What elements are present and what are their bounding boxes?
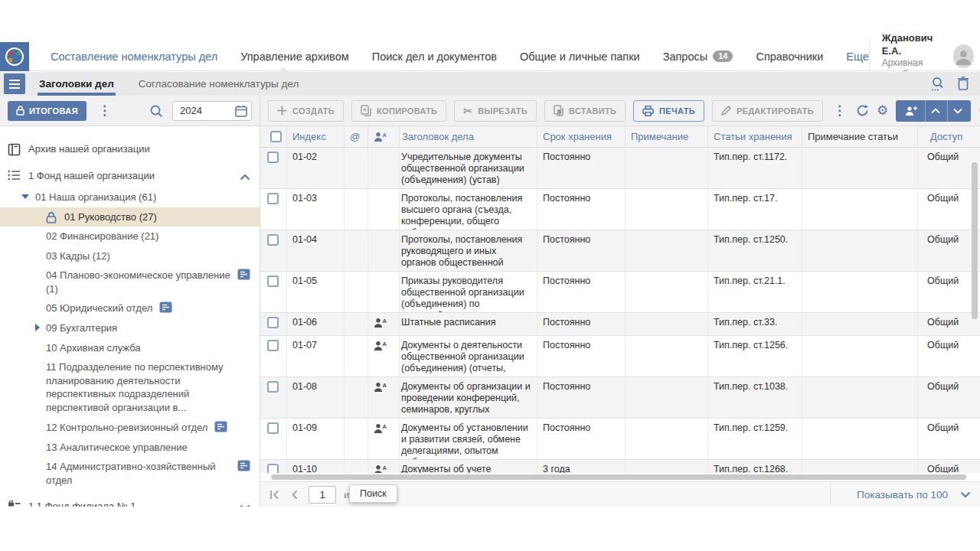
nav-item[interactable]: Запросы 14 [663, 51, 733, 63]
nav-item[interactable]: Составление номенклатуры дел [51, 51, 217, 63]
final-button-label: ИТОГОВАЯ [29, 106, 78, 116]
nav-item[interactable]: Управление архивом [240, 51, 349, 63]
row-checkbox[interactable] [267, 422, 279, 434]
collapse-up-icon[interactable] [925, 100, 946, 122]
tree-item[interactable]: 04 Планово-экономическое управление (1) [0, 266, 260, 298]
nav-item[interactable]: Поиск дел и документов [372, 51, 497, 63]
copy-button[interactable]: КОПИРОВАТЬ [351, 100, 446, 122]
column-article-note[interactable]: Примечание статьи [802, 126, 918, 147]
tab[interactable]: Согласование номенклатуры дел [137, 72, 301, 96]
doc-icon[interactable] [214, 421, 227, 435]
triangle-right-icon[interactable] [35, 324, 40, 331]
tree-item[interactable]: 01 Руководство (27) [0, 207, 260, 227]
page-size-selector[interactable]: Показывать по 100 [830, 482, 971, 507]
calendar-icon[interactable] [235, 105, 247, 120]
gear-icon[interactable]: ⚙ [877, 104, 888, 117]
column-index[interactable]: Индекс [287, 126, 345, 147]
horizontal-scrollbar[interactable] [271, 474, 966, 480]
prev-page-button[interactable] [291, 490, 298, 500]
row-checkbox[interactable] [267, 381, 279, 393]
trash-icon[interactable] [957, 77, 969, 91]
tree-item[interactable]: 13 Аналитическое управление [0, 438, 260, 458]
tree-item[interactable]: 02 Финансирование (21) [0, 227, 260, 246]
chevron-down-icon[interactable] [240, 502, 250, 507]
column-at[interactable]: @ [345, 126, 368, 147]
refresh-icon[interactable] [856, 104, 869, 117]
column-term[interactable]: Срок хранения [537, 126, 626, 147]
tree-item[interactable]: 03 Кадры (12) [0, 246, 260, 266]
tree-item[interactable]: 09 Бухгалтерия [0, 318, 260, 338]
column-access[interactable]: Доступ [918, 126, 980, 147]
chevron-up-icon[interactable] [240, 171, 250, 183]
table-row[interactable]: 01-03 Протоколы, постановления высшего о… [260, 189, 980, 230]
row-checkbox[interactable] [267, 340, 279, 351]
search-list-icon[interactable] [930, 77, 945, 92]
cell-index: 01-08 [287, 377, 345, 418]
tree-search-icon[interactable] [149, 104, 163, 118]
nav-item[interactable]: Справочники [756, 51, 823, 63]
doc-icon[interactable] [237, 269, 250, 282]
edit-button[interactable]: РЕДАКТИРОВАТЬ [712, 100, 823, 122]
tree-item[interactable]: 14 Административно-хозяйственный отдел [0, 457, 260, 490]
group-actions-button[interactable] [896, 100, 971, 122]
final-nomenclature-button[interactable]: ИТОГОВАЯ [8, 101, 87, 121]
expand-down-icon[interactable] [947, 100, 968, 122]
table-row[interactable]: 01-02 Учредительные документы общественн… [260, 148, 980, 189]
tabbar-icons [930, 72, 980, 96]
cut-button[interactable]: ✂ ВЫРЕЗАТЬ [454, 100, 537, 122]
table-row[interactable]: 01-08 A Документы об организации и прове… [260, 377, 980, 419]
column-person[interactable]: A [368, 126, 400, 147]
avatar[interactable] [953, 44, 974, 68]
sidebar-toolbar: ИТОГОВАЯ ⋮ [0, 96, 260, 126]
app-logo[interactable] [0, 42, 29, 71]
cell-at [345, 460, 368, 473]
first-page-button[interactable] [270, 490, 280, 500]
tree-item[interactable]: 12 Контрольно-ревизионный отдел [0, 418, 260, 438]
row-checkbox[interactable] [267, 464, 279, 473]
table-kebab-menu[interactable]: ⋮ [831, 104, 848, 117]
row-checkbox[interactable] [267, 317, 279, 328]
triangle-down-icon[interactable] [21, 194, 29, 199]
create-button[interactable]: СОЗДАТЬ [268, 100, 344, 122]
tree-item[interactable]: 10 Архивная служба [0, 338, 260, 358]
row-checkbox[interactable] [267, 193, 279, 204]
cell-article-note [802, 148, 918, 188]
tree-item[interactable]: Архив нашей организации [0, 139, 260, 159]
tree-item[interactable]: 01 Наша организация (61) [0, 187, 260, 207]
table-row[interactable]: 01-09 A Документы об установлении и разв… [260, 419, 980, 460]
tab[interactable]: Заголовки дел [38, 72, 116, 96]
doc-icon[interactable] [159, 302, 172, 315]
column-note[interactable]: Примечание [626, 126, 708, 147]
page-input[interactable] [309, 486, 336, 504]
archive-tree: Архив нашей организации [0, 126, 260, 507]
table-row[interactable]: 01-06 A Штатные расписания Постоянно Тип… [260, 313, 980, 336]
table-row[interactable]: 01-07 A Документы о деятельности обществ… [260, 336, 980, 377]
nav-item[interactable]: Общие и личные папки [520, 51, 640, 63]
column-title[interactable]: Заголовок дела [400, 126, 537, 147]
sidebar-kebab-menu[interactable]: ⋮ [96, 104, 113, 117]
table-row[interactable]: 01-05 Приказы руководителя общественной … [260, 272, 980, 313]
row-checkbox[interactable] [267, 234, 279, 246]
tree-item-label: 12 Контрольно-ревизионный отдел [46, 421, 207, 435]
paste-button[interactable]: ВСТАВИТЬ [544, 100, 626, 122]
table-row[interactable]: 01-10 A Документы об учете членских биле… [260, 460, 980, 473]
tree-item[interactable]: 1.1 Фонд филиала № 1 [0, 497, 260, 507]
table-row[interactable]: 01-04 Протоколы, постановления руководящ… [260, 230, 980, 272]
column-articles[interactable]: Статьи хранения [708, 126, 802, 147]
svg-text:A: A [383, 423, 387, 430]
tree-item[interactable]: 1 Фонд нашей организации [0, 166, 260, 186]
cell-article: Тип.пер. ст.1250. [708, 230, 802, 271]
doc-icon[interactable] [237, 460, 250, 474]
hamburger-menu-button[interactable] [4, 73, 25, 94]
cell-article-note [802, 313, 918, 335]
user-block[interactable]: Жданович Е.А. Архивная служба [869, 42, 980, 70]
row-checkbox[interactable] [267, 152, 279, 163]
nav-item[interactable]: Еще [846, 51, 869, 63]
print-button[interactable]: ПЕЧАТЬ [633, 100, 704, 122]
tree-item[interactable]: 05 Юридический отдел [0, 298, 260, 318]
group-icon[interactable] [899, 100, 923, 122]
vertical-scrollbar[interactable] [972, 162, 978, 319]
row-checkbox[interactable] [267, 276, 279, 287]
tree-item[interactable]: 11 Подразделение по перспективному плани… [0, 357, 260, 417]
select-all-checkbox[interactable] [270, 131, 282, 142]
